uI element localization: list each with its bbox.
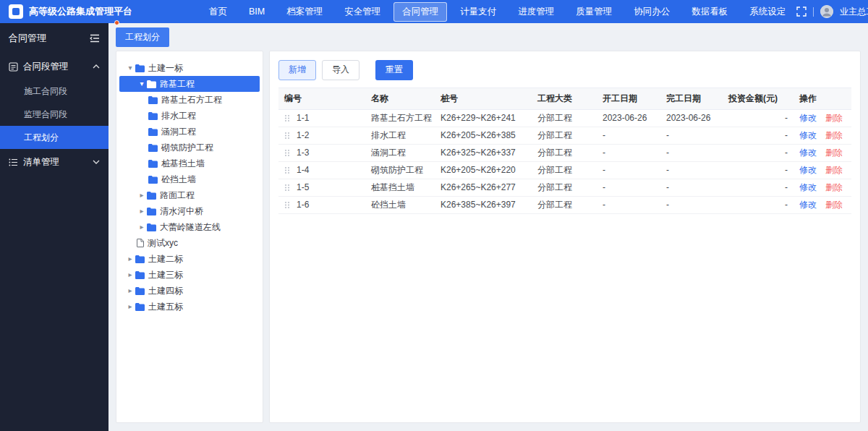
import-button[interactable]: 导入	[322, 60, 359, 80]
caret-right-icon[interactable]: ▸	[125, 287, 135, 294]
table-header-cell: 操作	[793, 88, 851, 109]
tree-node[interactable]: ▸土建二标	[119, 251, 260, 267]
delete-link[interactable]: 删除	[825, 130, 843, 140]
folder-icon	[148, 112, 158, 120]
caret-right-icon[interactable]: ▸	[125, 255, 135, 263]
cell-actions: 修改删除	[793, 179, 851, 196]
tree-node[interactable]: 测试xyc	[119, 235, 260, 251]
cell-actions: 修改删除	[793, 127, 851, 144]
drag-handle-icon[interactable]	[284, 132, 290, 140]
sidebar-sub-item[interactable]: 施工合同段	[0, 80, 109, 103]
tree-node-label: 土建二标	[148, 253, 183, 265]
table-row: 1-4砌筑防护工程K26+205~K26+220分部工程---修改删除	[278, 161, 851, 179]
tree-node[interactable]: 砌筑防护工程	[119, 140, 260, 155]
delete-link[interactable]: 删除	[825, 165, 843, 175]
cell-code: 1-6	[284, 200, 359, 210]
drag-handle-icon[interactable]	[284, 114, 290, 122]
drag-handle-icon[interactable]	[284, 166, 290, 174]
fullscreen-icon[interactable]	[796, 7, 807, 17]
top-nav-item[interactable]: 系统设定	[741, 2, 794, 22]
tree-node[interactable]: 桩基挡土墙	[119, 155, 260, 171]
collapse-sidebar-icon[interactable]	[90, 34, 100, 43]
file-icon	[137, 239, 144, 247]
tree-node[interactable]: ▾土建一标	[119, 60, 260, 76]
reset-button[interactable]: 重置	[375, 60, 413, 80]
notification-dot	[114, 20, 119, 25]
top-nav-item[interactable]: 质量管理	[567, 2, 621, 22]
delete-link[interactable]: 删除	[825, 200, 843, 210]
caret-right-icon[interactable]: ▸	[137, 208, 147, 215]
tree-node[interactable]: ▸土建五标	[119, 299, 260, 315]
sidebar-group[interactable]: 清单管理	[0, 149, 109, 175]
delete-link[interactable]: 删除	[825, 113, 843, 123]
chevron-up-icon	[93, 64, 100, 69]
folder-icon	[135, 287, 145, 295]
folder-icon	[135, 255, 145, 263]
tree-node[interactable]: ▸土建四标	[119, 283, 260, 299]
cell-station: K26+205~K26+220	[435, 161, 532, 179]
app-title: 高等级公路集成管理平台	[29, 5, 132, 18]
top-nav-item[interactable]: 进度管理	[509, 2, 563, 22]
toolbar: 新增 导入 重置	[278, 60, 851, 80]
sidebar-sub-item[interactable]: 工程划分	[0, 126, 109, 149]
top-nav-item[interactable]: 安全管理	[336, 2, 389, 22]
caret-right-icon[interactable]: ▸	[125, 303, 135, 310]
top-nav-item[interactable]: 计量支付	[451, 2, 505, 22]
edit-link[interactable]: 修改	[799, 148, 817, 158]
drag-handle-icon[interactable]	[284, 184, 290, 192]
delete-link[interactable]: 删除	[825, 182, 843, 192]
tree-node[interactable]: 排水工程	[119, 108, 260, 124]
caret-right-icon[interactable]: ▸	[125, 271, 135, 278]
edit-link[interactable]: 修改	[799, 182, 817, 192]
tree-node[interactable]: ▸土建三标	[119, 267, 260, 283]
tree-node[interactable]: ▸路面工程	[119, 187, 260, 203]
avatar[interactable]	[820, 5, 833, 18]
cell-end-date: -	[660, 161, 723, 179]
sidebar-sub-item[interactable]: 监理合同段	[0, 103, 109, 126]
caret-right-icon[interactable]: ▸	[137, 223, 147, 231]
drag-handle-icon[interactable]	[284, 149, 290, 157]
table-header-cell: 编号	[278, 88, 365, 109]
tree-node[interactable]: 砼挡土墙	[119, 171, 260, 187]
top-nav-item[interactable]: 档案管理	[278, 2, 331, 22]
top-nav-item[interactable]: 首页	[200, 2, 236, 22]
cell-station: K26+205~K26+385	[435, 127, 532, 144]
app-shell: 合同管理 合同段管理施工合同段监理合同段工程划分清单管理 工程划分 ▾土建一标▾…	[0, 23, 868, 431]
drag-handle-icon[interactable]	[284, 201, 290, 209]
sidebar-group[interactable]: 合同段管理	[0, 54, 109, 80]
caret-down-icon[interactable]: ▾	[125, 64, 135, 72]
tree-node[interactable]: ▸清水河中桥	[119, 203, 260, 219]
top-nav-item[interactable]: 协同办公	[625, 2, 678, 22]
cell-name: 涵洞工程	[365, 144, 435, 161]
caret-down-icon[interactable]: ▾	[137, 80, 147, 88]
cell-code-wrap: 1-5	[278, 179, 365, 196]
table-panel: 新增 导入 重置 编号名称桩号工程大类开工日期完工日期投资金额(元)操作 1-1…	[269, 51, 861, 423]
user-name[interactable]: 业主总工	[840, 6, 868, 18]
cell-start-date: -	[597, 179, 660, 196]
edit-link[interactable]: 修改	[799, 165, 817, 175]
tab-project-division[interactable]: 工程划分	[116, 27, 169, 47]
edit-link[interactable]: 修改	[799, 113, 817, 123]
row-code: 1-3	[297, 148, 309, 158]
contract-icon	[9, 62, 18, 72]
row-code: 1-4	[297, 165, 309, 175]
top-nav-item[interactable]: BIM	[240, 3, 273, 20]
tree-node-label: 土建一标	[148, 62, 183, 74]
cell-amount: -	[723, 179, 793, 196]
add-button[interactable]: 新增	[278, 60, 316, 80]
caret-right-icon[interactable]: ▸	[137, 192, 147, 199]
edit-link[interactable]: 修改	[799, 200, 817, 210]
top-nav-item[interactable]: 合同管理	[393, 2, 447, 22]
tree-node[interactable]: ▸大蕾岭隧道左线	[119, 219, 260, 235]
table-row: 1-1路基土石方工程K26+229~K26+241分部工程2023-06-262…	[278, 109, 851, 127]
delete-link[interactable]: 删除	[825, 148, 843, 158]
sidebar-title: 合同管理	[9, 32, 46, 45]
top-nav-item[interactable]: 数据看板	[683, 2, 736, 22]
tree-node[interactable]: 路基土石方工程	[119, 92, 260, 108]
edit-link[interactable]: 修改	[799, 130, 817, 140]
cell-name: 桩基挡土墙	[365, 179, 435, 196]
tree-node[interactable]: ▾路基工程	[119, 76, 260, 92]
tree-node-label: 砼挡土墙	[161, 174, 196, 186]
tree-node[interactable]: 涵洞工程	[119, 124, 260, 140]
top-nav: 首页BIM档案管理安全管理合同管理计量支付进度管理质量管理协同办公数据看板系统设…	[198, 2, 796, 22]
